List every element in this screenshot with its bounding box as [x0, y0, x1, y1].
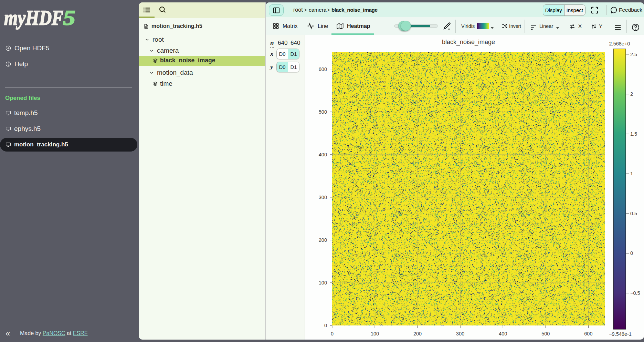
svg-text:600: 600: [319, 66, 327, 72]
svg-text:400: 400: [319, 152, 327, 157]
svg-text:−0.5: −0.5: [630, 290, 640, 296]
svg-text:myHDF: myHDF: [4, 6, 63, 29]
svg-text:1: 1: [630, 171, 633, 176]
svg-text:100: 100: [319, 280, 327, 286]
svg-text:2.568e+0: 2.568e+0: [609, 41, 630, 46]
svg-text:500: 500: [541, 331, 550, 336]
svg-text:100: 100: [371, 331, 379, 336]
svg-text:200: 200: [319, 237, 327, 243]
svg-text:1.5: 1.5: [630, 131, 637, 137]
svg-text:black_noise_image: black_noise_image: [442, 39, 495, 46]
svg-text:300: 300: [319, 195, 327, 200]
svg-text:2.5: 2.5: [630, 52, 637, 57]
svg-text:0: 0: [324, 323, 327, 328]
svg-text:200: 200: [413, 331, 422, 336]
svg-text:0: 0: [630, 250, 633, 256]
svg-text:500: 500: [319, 109, 327, 115]
svg-text:400: 400: [499, 331, 507, 336]
svg-text:−9.546e-1: −9.546e-1: [609, 331, 632, 337]
svg-text:5: 5: [63, 6, 75, 29]
svg-text:2: 2: [630, 91, 633, 97]
svg-text:0: 0: [331, 331, 334, 336]
svg-text:0.5: 0.5: [630, 211, 637, 216]
svg-text:300: 300: [456, 331, 464, 336]
svg-text:600: 600: [584, 331, 592, 336]
